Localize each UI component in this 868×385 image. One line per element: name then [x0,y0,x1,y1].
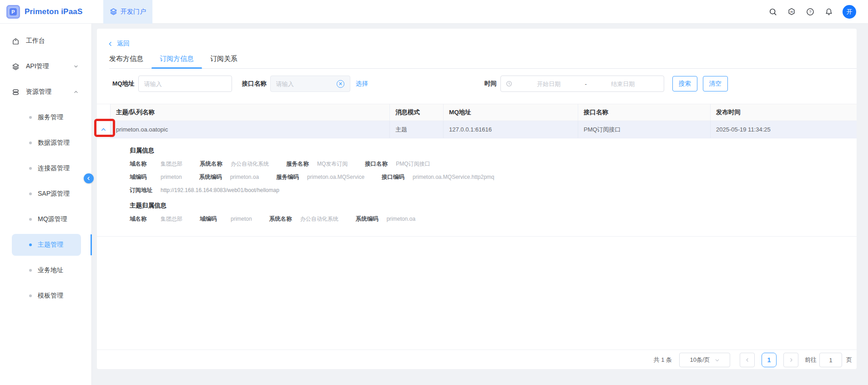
end-date-input[interactable] [587,81,659,87]
row-collapse-toggle[interactable] [97,121,111,138]
column-header-message-mode: 消息模式 [390,104,444,121]
clear-icon[interactable]: ✕ [337,80,344,88]
page-size-value: 10条/页 [690,356,710,364]
bullet-icon [29,294,32,297]
field-value: PMQ订阅接口 [396,160,430,168]
field-label: 域名称 [130,160,161,168]
expand-column-header [97,104,111,121]
server-icon [12,88,20,96]
sidebar-item-resource-management[interactable]: 资源管理 [0,79,91,105]
svg-text:?: ? [809,9,811,14]
chevron-up-icon [101,127,106,132]
help-icon[interactable]: ? [805,7,815,16]
avatar[interactable]: 开 [843,5,856,19]
time-label: 时间 [484,80,497,88]
belonging-info-title: 归属信息 [130,147,843,155]
clear-button[interactable]: 清空 [703,76,728,91]
table-header-row: 主题/队列名称 消息模式 MQ地址 接口名称 发布时间 [97,104,857,121]
page-unit-label: 页 [846,356,852,364]
field-label: 域编码 [200,215,231,223]
tab-subscriber-info[interactable]: 订阅方信息 [151,50,202,68]
field-label: 系统名称 [200,160,231,168]
mq-address-input[interactable] [144,81,226,87]
sidebar-subitem-topic-management[interactable]: 主题管理 [0,232,91,258]
sidebar-item-api-management[interactable]: API管理 [0,54,91,79]
next-page-button[interactable] [783,353,798,367]
home-icon [12,37,20,45]
bullet-icon [29,142,32,144]
layers-icon [12,63,20,71]
row-expanded-detail: 归属信息 域名称集团总部 系统名称办公自动化系统 服务名称MQ发布订阅 接口名称… [97,138,857,237]
sidebar-subitem-template-management[interactable]: 模板管理 [0,283,91,309]
sidebar-subitem-business-address[interactable]: 业务地址 [0,258,91,283]
top-header: P Primeton iPaaS 开发门户 AI ? 开 [0,0,868,24]
sidebar-subitem-label: 数据源管理 [38,139,70,147]
column-header-topic-name: 主题/队列名称 [111,104,390,121]
sidebar-subitem-label: MQ源管理 [38,215,67,223]
search-button[interactable]: 搜索 [672,76,697,91]
sidebar-item-workbench[interactable]: 工作台 [0,28,91,54]
page-size-select[interactable]: 10条/页 [679,353,730,367]
cell-message-mode: 主题 [390,121,444,138]
field-value: 集团总部 [161,160,182,168]
field-value: primeton [161,174,182,180]
select-link[interactable]: 选择 [356,80,368,88]
bullet-icon [29,116,32,119]
sidebar-subitem-label: SAP源管理 [38,190,70,198]
filter-bar: MQ地址 接口名称 ✕ 选择 时间 - 搜索 清空 [112,75,728,92]
main-content-card: 返回 发布方信息 订阅方信息 订阅关系 MQ地址 接口名称 ✕ 选择 时间 - … [97,29,857,369]
sidebar-subitem-sap-source-management[interactable]: SAP源管理 [0,181,91,207]
chevron-left-icon [745,357,750,363]
sidebar-subitem-label: 连接器管理 [38,164,70,172]
table-bottom-border [97,350,857,350]
chevron-right-icon [788,357,794,363]
clock-icon [505,80,513,87]
cell-mq-address: 127.0.0.1:61616 [444,121,578,138]
mq-address-input-wrap [138,76,232,92]
active-item-indicator [91,234,92,255]
subscriber-table: 主题/队列名称 消息模式 MQ地址 接口名称 发布时间 primeton.oa.… [97,104,857,237]
field-value: primeton.oa.MQService [307,174,364,180]
bullet-icon [29,218,32,221]
field-label: 服务名称 [286,160,317,168]
prev-page-button[interactable] [740,353,755,367]
field-label: 域名称 [130,215,161,223]
tab-subscription-relation[interactable]: 订阅关系 [202,50,246,68]
column-header-publish-time: 发布时间 [711,104,857,121]
sidebar-subitem-label: 服务管理 [38,113,63,122]
chevron-left-icon [86,176,91,181]
bullet-icon [29,167,32,170]
date-range-picker[interactable]: - [500,76,664,92]
field-value: 办公自动化系统 [231,160,269,168]
field-label: 订阅地址 [130,187,161,194]
table-row: primeton.oa.oatopic 主题 127.0.0.1:61616 P… [97,121,857,138]
start-date-input[interactable] [513,81,585,87]
tab-dev-portal[interactable]: 开发门户 [103,0,152,24]
bullet-icon [29,269,32,272]
column-header-interface-name: 接口名称 [578,104,711,121]
goto-label: 前往 [805,356,817,364]
cell-topic-name: primeton.oa.oatopic [111,121,390,138]
sidebar-item-label: API管理 [26,62,49,71]
goto-page-input[interactable] [819,353,842,367]
tab-publisher-info[interactable]: 发布方信息 [109,50,151,68]
sidebar-subitem-mq-source-management[interactable]: MQ源管理 [0,207,91,232]
search-icon[interactable] [768,7,777,16]
chevron-left-icon [107,41,113,47]
sidebar-subitem-service-management[interactable]: 服务管理 [0,105,91,130]
brand: P Primeton iPaaS [0,5,97,19]
field-value: primeton.oa [387,216,415,222]
sidebar: 工作台 API管理 资源管理 服务管理 数据源管理 连接器管理 SAP源管理 M… [0,24,92,385]
chevron-down-icon [73,64,79,69]
interface-name-label: 接口名称 [242,80,267,88]
bell-icon[interactable] [824,7,833,16]
sidebar-subitem-datasource-management[interactable]: 数据源管理 [0,130,91,156]
sidebar-subitem-connector-management[interactable]: 连接器管理 [0,156,91,181]
portal-tab-label: 开发门户 [121,8,146,16]
interface-name-input[interactable] [276,81,337,87]
page-number-button[interactable]: 1 [762,353,777,367]
bullet-icon [29,192,32,195]
back-button[interactable]: 返回 [107,40,130,48]
ai-assistant-icon[interactable]: AI [787,7,796,16]
sidebar-collapse-toggle[interactable] [84,173,94,183]
